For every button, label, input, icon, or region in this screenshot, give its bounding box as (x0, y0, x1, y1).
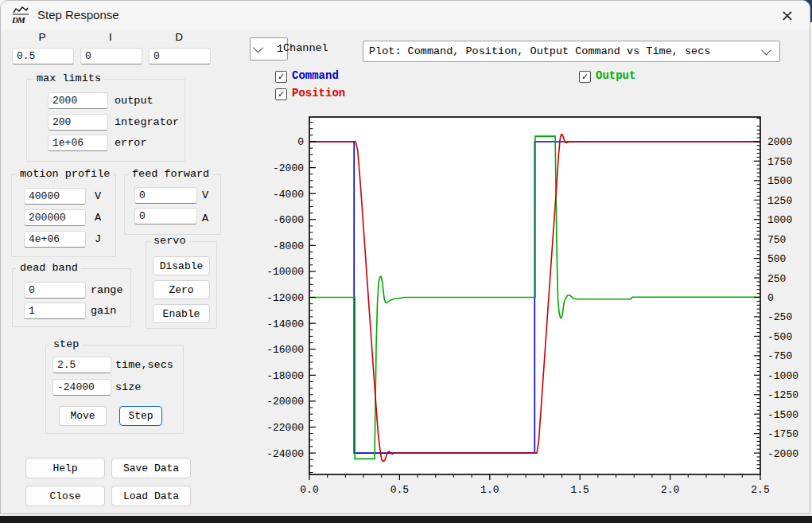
svg-text:-18000: -18000 (266, 370, 304, 382)
load-data-button[interactable]: Load Data (111, 486, 191, 506)
svg-text:-22000: -22000 (266, 422, 304, 434)
servo-zero-button[interactable]: Zero (153, 280, 210, 299)
max-limits-title: max limits (33, 72, 104, 84)
svg-text:-750: -750 (767, 350, 792, 362)
command-checkbox[interactable]: ✓ (275, 71, 287, 83)
accel-input[interactable] (24, 209, 86, 226)
dead-band-title: dead band (17, 262, 81, 274)
svg-text:-500: -500 (767, 331, 792, 343)
servo-group: servo Disable Zero Enable (146, 241, 217, 329)
svg-text:0.5: 0.5 (390, 484, 409, 496)
svg-text:2.5: 2.5 (751, 484, 769, 496)
svg-text:1250: 1250 (767, 195, 792, 207)
channel-value: 1 (277, 43, 283, 55)
servo-title: servo (150, 235, 189, 247)
motion-profile-group: motion profile V A J (11, 174, 116, 257)
accel-label: A (95, 212, 101, 224)
jerk-input[interactable] (24, 231, 86, 248)
save-data-button[interactable]: Save Data (111, 458, 191, 478)
position-checkbox[interactable]: ✓ (275, 88, 287, 100)
servo-disable-button[interactable]: Disable (153, 256, 210, 275)
jerk-label: J (95, 233, 101, 245)
svg-text:-1750: -1750 (767, 428, 798, 440)
i-label: I (80, 31, 141, 43)
position-checkbox-label: Position (292, 87, 345, 100)
svg-text:1.5: 1.5 (570, 484, 589, 496)
dead-band-gain-label: gain (91, 305, 116, 317)
max-error-input[interactable] (48, 135, 108, 151)
p-label: P (12, 31, 72, 43)
max-output-input[interactable] (48, 92, 108, 109)
step-size-label: size (115, 381, 141, 393)
svg-text:0.0: 0.0 (300, 484, 318, 496)
step-time-input[interactable] (52, 357, 111, 373)
svg-text:-24000: -24000 (266, 448, 304, 460)
svg-text:2000: 2000 (767, 136, 792, 148)
help-button[interactable]: Help (25, 458, 105, 478)
max-integrator-label: integrator (115, 116, 179, 128)
i-input[interactable] (80, 48, 142, 64)
dead-band-range-label: range (91, 284, 123, 296)
output-checkbox[interactable]: ✓ (579, 71, 591, 83)
step-title: step (50, 338, 82, 350)
svg-text:2.0: 2.0 (661, 484, 679, 496)
plot-type-select[interactable]: Plot: Command, Position, Output Command … (363, 41, 780, 62)
servo-enable-button[interactable]: Enable (153, 304, 210, 323)
check-icon: ✓ (278, 90, 285, 99)
ff-accel-input[interactable] (134, 208, 197, 224)
chevron-down-icon (253, 43, 263, 53)
max-limits-group: max limits output integrator error (26, 79, 185, 162)
step-response-chart: 0-2000-4000-6000-8000-10000-12000-14000-… (263, 109, 810, 511)
step-response-window: DM Step Response × P I D max limits outp… (0, 0, 810, 514)
p-input[interactable] (12, 48, 74, 64)
svg-text:-10000: -10000 (266, 266, 304, 278)
titlebar: DM Step Response × (1, 1, 810, 29)
velocity-label: V (95, 190, 101, 202)
svg-text:-4000: -4000 (273, 189, 304, 201)
check-icon: ✓ (278, 72, 285, 81)
svg-text:750: 750 (767, 234, 786, 246)
channel-select[interactable]: 1 (250, 37, 288, 60)
dead-band-range-input[interactable] (24, 282, 86, 299)
step-group: step time,secs size Move Step (45, 345, 184, 434)
close-dialog-button[interactable]: Close (25, 486, 105, 506)
chevron-down-icon (761, 45, 771, 56)
dead-band-gain-input[interactable] (24, 302, 86, 319)
move-button[interactable]: Move (59, 406, 107, 426)
max-error-label: error (115, 137, 147, 149)
dm-logo-text: DM (12, 15, 25, 25)
ff-accel-label: A (202, 213, 208, 224)
svg-text:1000: 1000 (767, 214, 792, 226)
dead-band-group: dead band range gain (12, 268, 131, 327)
svg-text:-8000: -8000 (273, 240, 304, 252)
svg-text:-2000: -2000 (273, 162, 304, 174)
ff-velocity-input[interactable] (134, 187, 197, 204)
svg-text:500: 500 (767, 253, 786, 265)
svg-text:-6000: -6000 (273, 214, 304, 226)
svg-text:-1250: -1250 (767, 389, 798, 401)
svg-text:1.0: 1.0 (480, 484, 499, 496)
max-integrator-input[interactable] (48, 114, 108, 131)
d-input[interactable] (149, 48, 211, 64)
step-button[interactable]: Step (119, 406, 162, 426)
step-time-label: time,secs (115, 359, 173, 371)
svg-text:1750: 1750 (767, 156, 792, 168)
feed-forward-group: feed forward V A (124, 174, 221, 235)
svg-text:0: 0 (297, 136, 304, 148)
svg-text:-1000: -1000 (767, 370, 798, 382)
taskbar-strip (0, 516, 812, 523)
channel-label: Channel (283, 42, 328, 54)
step-size-input[interactable] (52, 379, 111, 396)
check-icon: ✓ (581, 72, 589, 81)
svg-text:-2000: -2000 (767, 448, 798, 460)
svg-text:250: 250 (767, 273, 786, 285)
svg-text:0: 0 (767, 292, 774, 304)
close-button[interactable]: × (775, 4, 800, 26)
svg-text:-20000: -20000 (266, 396, 304, 408)
velocity-input[interactable] (24, 188, 86, 205)
svg-text:1500: 1500 (767, 175, 792, 187)
plot-type-value: Plot: Command, Position, Output Command … (363, 45, 763, 57)
svg-text:-14000: -14000 (266, 318, 304, 330)
chart-svg: 0-2000-4000-6000-8000-10000-12000-14000-… (263, 109, 810, 511)
svg-text:-16000: -16000 (266, 344, 304, 356)
